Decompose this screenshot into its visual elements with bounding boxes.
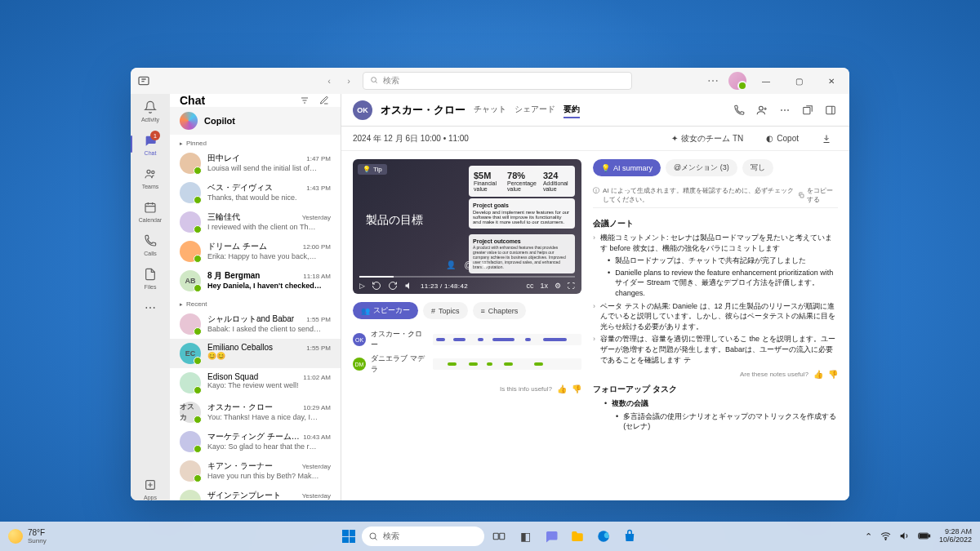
ai-note[interactable]: ›容量の管理は、容量を適切に管理しているこ the とを説明します。ユーザーが急… [593, 334, 838, 365]
minimize-button[interactable]: — [753, 71, 779, 91]
svg-point-4 [152, 171, 154, 173]
tab-transcript[interactable]: 写し [742, 159, 773, 176]
svg-rect-21 [800, 194, 804, 198]
settings-button[interactable]: ⚙ [555, 282, 561, 290]
rail-calendar[interactable]: Calendar [134, 199, 167, 223]
chevron-right-icon: › [593, 233, 595, 253]
chat-item[interactable]: ベス・デイヴィス1:43 PM Thanks, that would be ni… [170, 178, 341, 207]
thumbs-up-button[interactable]: 👍 [557, 384, 567, 393]
chat-item[interactable]: キアン・ラーナーYesterday Have you run this by B… [170, 456, 341, 486]
widgets-icon[interactable]: ◧ [514, 525, 537, 548]
speed-button[interactable]: 1x [540, 282, 548, 290]
conversation-tab[interactable]: 要約 [564, 102, 580, 118]
ai-note[interactable]: ›ベータ テストの結果: Daniele は、12 月に生製品のリリースが順調に… [593, 301, 838, 332]
speaker-row[interactable]: OK オスカー・クロー [353, 327, 581, 352]
chat-item[interactable]: Edison Squad11:02 AM Kayo: The review we… [170, 368, 341, 398]
more-menu[interactable]: ⋯ [704, 74, 722, 87]
rail-activity[interactable]: Activity [134, 99, 167, 122]
captions-button[interactable]: cc [526, 282, 533, 290]
rail-chat[interactable]: 1 Chat [134, 132, 167, 156]
conversation-tab[interactable]: シェアード [514, 102, 555, 118]
tab-mentions[interactable]: @メンション (3) [666, 159, 737, 176]
taskbar-search[interactable]: 検索 [362, 527, 484, 546]
tab-topics[interactable]: #Topics [423, 302, 468, 319]
chat-item[interactable]: AB 8 月 Bergman11:18 AM Hey Daniela, I ha… [170, 266, 341, 295]
global-search[interactable]: 検索 [363, 72, 632, 90]
fullscreen-button[interactable]: ⛶ [568, 282, 575, 290]
svg-point-27 [885, 539, 886, 540]
chat-item[interactable]: シャルロットand Babar1:55 PM Babak: I asked th… [170, 309, 341, 339]
download-button[interactable] [815, 132, 838, 145]
mention-icon[interactable]: @ [464, 260, 472, 269]
nav-forward[interactable]: › [341, 73, 356, 88]
nav-back[interactable]: ‹ [322, 73, 336, 88]
svg-rect-18 [804, 107, 810, 113]
chat-item[interactable]: ザインテンプレートYesterday Reta: Let's set up a … [170, 486, 341, 500]
chevron-right-icon: › [593, 301, 595, 332]
compose-icon[interactable] [318, 94, 331, 107]
thumbs-down-button[interactable]: 👎 [572, 384, 581, 393]
chat-item[interactable]: 田中レイ1:47 PM Louisa will send the initial… [170, 149, 341, 178]
speaker-row[interactable]: DM ダニエラブ マデラ [353, 352, 581, 376]
popout-button[interactable] [800, 103, 815, 118]
rail-calls[interactable]: Calls [134, 233, 167, 256]
call-button[interactable] [732, 103, 746, 118]
chevron-right-icon: › [593, 334, 595, 365]
chat-taskbar-icon[interactable] [540, 525, 563, 548]
section-recent[interactable]: Recent [170, 295, 341, 309]
close-button[interactable]: ✕ [818, 71, 844, 91]
add-people-button[interactable] [755, 103, 769, 118]
rail-teams[interactable]: Teams [134, 166, 167, 189]
ai-note[interactable]: ›機能コミットメント: セレナは製品ロードマップを見たいと考えています befo… [593, 233, 838, 253]
tab-ai-summary[interactable]: 💡AI summary [593, 159, 661, 176]
chat-item[interactable]: ドリーム チーム12:00 PM Erika: Happy to have yo… [170, 237, 341, 266]
filter-icon[interactable] [298, 94, 311, 107]
start-button[interactable] [339, 527, 359, 546]
rewind-button[interactable] [372, 281, 381, 291]
copilot-entry[interactable]: Copilot [170, 107, 341, 135]
reaction-icon[interactable]: 👤 [446, 260, 456, 269]
copy-button[interactable]: をコピーする [798, 186, 838, 204]
tab-chapters[interactable]: ≡Chapters [473, 302, 527, 319]
header-more[interactable]: ⋯ [777, 103, 792, 118]
rail-files[interactable]: Files [134, 266, 167, 290]
copilot-pill[interactable]: ◐ Copot [760, 132, 805, 144]
explorer-icon[interactable] [566, 525, 589, 548]
tab-speaker[interactable]: 👥スピーカー [353, 302, 418, 319]
volume-tray-icon[interactable] [899, 531, 910, 543]
svg-rect-24 [493, 533, 498, 540]
chat-item[interactable]: EC Emiliano Ceballos1:55 PM 😊😊 [170, 339, 341, 368]
taskview-icon[interactable] [488, 525, 510, 548]
chat-item[interactable]: オスカ オスカー・クロー10:29 AM You: Thanks! Have a… [170, 398, 341, 427]
notes-heading: 会議ノート [593, 218, 838, 229]
maximize-button[interactable]: ▢ [786, 71, 812, 91]
avatar: AB [180, 270, 201, 291]
rail-more[interactable]: ⋯ [134, 300, 167, 316]
speaker-avatar: OK [353, 333, 366, 346]
panel-button[interactable] [823, 103, 838, 118]
team-pill[interactable]: ✦ 彼女のチーム TN [665, 131, 750, 146]
battery-icon[interactable] [918, 531, 931, 543]
section-pinned[interactable]: Pinned [170, 135, 341, 149]
weather-widget[interactable]: 78°F Sunny [8, 528, 47, 544]
edge-icon[interactable] [592, 525, 615, 548]
share-icon[interactable]: ▣ [481, 260, 488, 269]
store-icon[interactable] [618, 525, 641, 548]
speaker-timeline[interactable] [433, 334, 581, 345]
play-button[interactable]: ▷ [359, 282, 365, 290]
forward-button[interactable] [388, 281, 398, 291]
volume-button[interactable] [404, 281, 414, 291]
user-avatar[interactable] [728, 72, 746, 90]
copilot-icon [180, 112, 198, 130]
notes-thumbs-down[interactable]: 👎 [828, 370, 838, 379]
conversation-tab[interactable]: チャット [474, 102, 506, 118]
notes-thumbs-up[interactable]: 👍 [813, 370, 823, 379]
avatar [180, 211, 201, 233]
tray-chevron-icon[interactable]: ⌃ [865, 531, 872, 542]
rail-apps[interactable]: Apps [134, 477, 167, 500]
taskbar-clock[interactable]: 9:28 AM 10/6/2022 [939, 528, 972, 544]
chat-item[interactable]: マーケティング チームの同期10:43 AM Kayo: So glad to … [170, 427, 341, 456]
speaker-timeline[interactable] [433, 358, 581, 370]
chat-item[interactable]: 三輪佳代Yesterday I reviewed with the client… [170, 207, 341, 237]
wifi-icon[interactable] [880, 531, 891, 543]
